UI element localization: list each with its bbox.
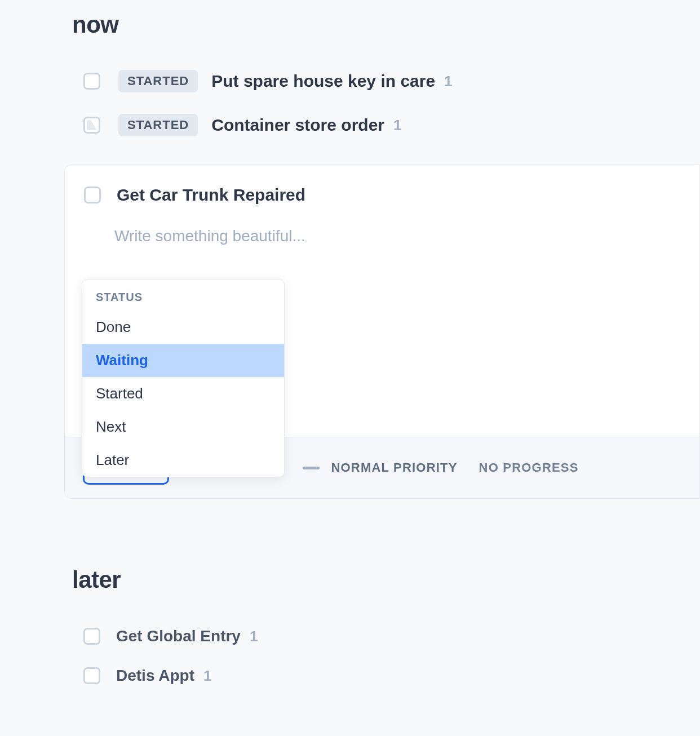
checkbox[interactable] xyxy=(84,187,101,203)
task-row[interactable]: Get Global Entry 1 xyxy=(83,627,700,645)
checkbox[interactable] xyxy=(83,73,100,90)
task-card: Get Car Trunk Repaired Write something b… xyxy=(64,165,700,499)
dropdown-header: STATUS xyxy=(82,280,284,311)
checkbox[interactable] xyxy=(83,628,100,645)
status-dropdown: STATUS Done Waiting Started Next Later xyxy=(82,279,285,477)
dropdown-item-started[interactable]: Started xyxy=(82,377,284,410)
task-title: Container store order xyxy=(211,116,384,135)
dropdown-item-later[interactable]: Later xyxy=(82,444,284,477)
task-row[interactable]: Detis Appt 1 xyxy=(83,667,700,685)
task-title: Get Global Entry xyxy=(116,627,241,645)
checkbox[interactable] xyxy=(83,117,100,134)
task-title: Detis Appt xyxy=(116,667,194,685)
dropdown-item-done[interactable]: Done xyxy=(82,311,284,344)
task-title: Put spare house key in care xyxy=(211,72,435,91)
dash-icon xyxy=(303,467,320,469)
progress-chip[interactable]: NO PROGRESS xyxy=(479,460,579,475)
card-body[interactable]: Write something beautiful... xyxy=(65,205,699,245)
task-count: 1 xyxy=(250,628,258,645)
note-placeholder: Write something beautiful... xyxy=(114,227,305,245)
dropdown-item-next[interactable]: Next xyxy=(82,410,284,444)
section-heading-later: later xyxy=(72,566,700,593)
task-count: 1 xyxy=(203,667,211,685)
status-badge: STARTED xyxy=(118,70,198,92)
checkbox[interactable] xyxy=(83,667,100,684)
dropdown-item-waiting[interactable]: Waiting xyxy=(82,344,284,377)
card-task-title: Get Car Trunk Repaired xyxy=(117,185,305,205)
priority-label: NORMAL PRIORITY xyxy=(331,460,457,475)
task-row[interactable]: STARTED Put spare house key in care 1 xyxy=(83,70,700,92)
card-header: Get Car Trunk Repaired xyxy=(65,165,699,205)
task-row[interactable]: STARTED Container store order 1 xyxy=(83,114,700,136)
task-count: 1 xyxy=(393,117,401,134)
section-heading-now: now xyxy=(72,11,700,38)
task-count: 1 xyxy=(444,73,452,90)
status-badge: STARTED xyxy=(118,114,198,136)
priority-chip[interactable]: NORMAL PRIORITY xyxy=(303,460,457,475)
